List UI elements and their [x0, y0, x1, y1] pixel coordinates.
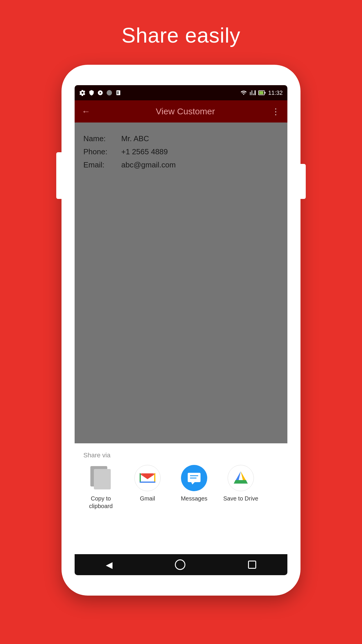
messages-icon — [187, 470, 202, 486]
gmail-icon-wrapper — [134, 465, 161, 491]
back-nav-button[interactable]: ◀ — [106, 560, 113, 570]
app-bar-title: View Customer — [99, 106, 272, 116]
bottom-nav: ◀ — [75, 554, 287, 575]
wifi-icon — [240, 90, 247, 96]
drive-icon-wrapper — [228, 465, 254, 491]
share-via-label: Share via — [75, 443, 287, 465]
clipboard-icon — [90, 466, 111, 490]
phone-label: Phone: — [83, 147, 121, 156]
clipboard-option[interactable]: Copy to clipboard — [80, 465, 121, 510]
status-bar: 11:32 — [75, 85, 287, 100]
status-icons-left — [79, 90, 121, 96]
svg-point-0 — [107, 90, 112, 95]
memory-icon — [115, 90, 121, 96]
svg-rect-6 — [264, 92, 266, 94]
customer-info: Name: Mr. ABC Phone: +1 2565 4889 Email:… — [83, 134, 279, 169]
email-label: Email: — [83, 160, 121, 169]
messages-option[interactable]: Messages — [174, 465, 215, 510]
drive-option[interactable]: Save to Drive — [220, 465, 261, 510]
messages-label: Messages — [181, 495, 207, 502]
screen: 11:32 ← View Customer ⋮ Name: Mr. ABC Ph… — [75, 85, 287, 575]
play-icon — [97, 90, 103, 96]
svg-rect-5 — [259, 91, 263, 94]
email-value: abc@gmail.com — [121, 160, 176, 169]
drive-icon — [232, 470, 249, 486]
messages-icon-wrapper — [181, 465, 207, 491]
drive-label: Save to Drive — [223, 495, 258, 502]
svg-rect-10 — [140, 473, 141, 483]
shield-icon — [89, 90, 94, 96]
page-title: Share easily — [122, 23, 240, 47]
svg-rect-8 — [94, 469, 111, 489]
name-value: Mr. ABC — [121, 134, 149, 143]
circle-icon — [106, 90, 113, 96]
home-nav-button[interactable] — [175, 559, 185, 570]
phone-shell: 11:32 ← View Customer ⋮ Name: Mr. ABC Ph… — [61, 65, 301, 596]
svg-marker-18 — [234, 480, 248, 484]
gmail-icon — [140, 472, 155, 484]
share-options: Copy to clipboard — [75, 465, 287, 510]
clipboard-label: Copy to clipboard — [80, 495, 121, 510]
email-row: Email: abc@gmail.com — [83, 160, 279, 169]
battery-icon — [258, 90, 266, 96]
status-time: 11:32 — [268, 90, 283, 96]
svg-rect-12 — [140, 482, 155, 483]
svg-rect-11 — [154, 473, 155, 483]
content-area: Name: Mr. ABC Phone: +1 2565 4889 Email:… — [75, 123, 287, 443]
gear-icon — [79, 90, 86, 96]
clipboard-icon-wrapper — [88, 465, 114, 491]
phone-row: Phone: +1 2565 4889 — [83, 147, 279, 156]
name-label: Name: — [83, 134, 121, 143]
recents-nav-button[interactable] — [248, 561, 256, 569]
gmail-label: Gmail — [140, 495, 155, 502]
share-sheet: Share via Copy to clipboard — [75, 443, 287, 554]
gmail-option[interactable]: Gmail — [127, 465, 168, 510]
back-button[interactable]: ← — [82, 106, 90, 116]
svg-rect-13 — [188, 473, 201, 482]
phone-value: +1 2565 4889 — [121, 147, 168, 156]
app-bar: ← View Customer ⋮ — [75, 100, 287, 123]
name-row: Name: Mr. ABC — [83, 134, 279, 143]
status-icons-right: 11:32 — [240, 90, 283, 96]
more-options-button[interactable]: ⋮ — [272, 107, 280, 116]
signal-icon — [249, 90, 256, 96]
